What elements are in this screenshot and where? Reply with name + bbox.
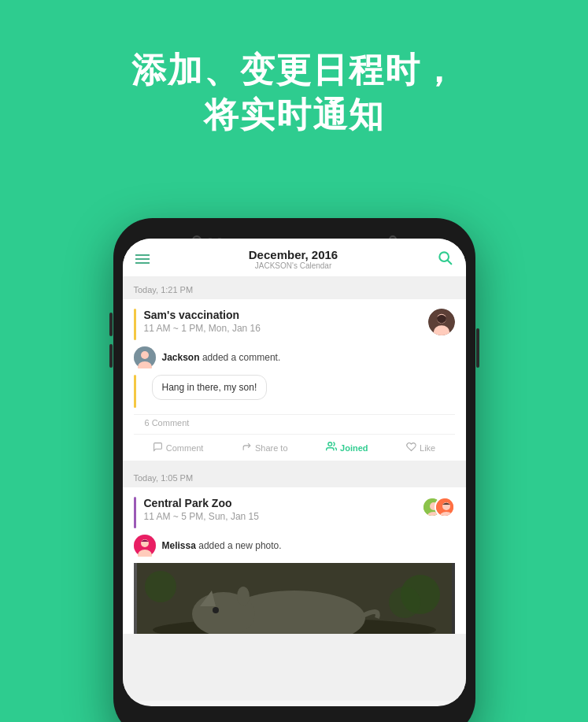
svg-point-6 bbox=[141, 351, 149, 359]
commenter-avatar-1 bbox=[134, 346, 156, 368]
commenter-action-1: added a comment. bbox=[202, 352, 280, 363]
event-title-1: Sam's vaccination bbox=[144, 309, 428, 321]
comment-bubble: Hang in there, my son! bbox=[152, 375, 268, 400]
comment-action[interactable]: Comment bbox=[153, 441, 204, 454]
photo-strip bbox=[134, 563, 455, 634]
commenter-name-2: Melissa bbox=[162, 540, 196, 551]
phone-shell: December, 2016 JACKSON's Calendar Today,… bbox=[113, 218, 475, 722]
svg-point-30 bbox=[389, 587, 420, 618]
feed: Today, 1:21 PM Sam's vaccination 11 AM ~… bbox=[123, 277, 466, 701]
feed-card-2: Central Park Zoo 11 AM ~ 5 PM, Sun, Jan … bbox=[123, 487, 466, 634]
joined-action-label: Joined bbox=[340, 443, 368, 453]
event-time-2: 11 AM ~ 5 PM, Sun, Jan 15 bbox=[144, 511, 422, 522]
comment-bubble-accent bbox=[134, 375, 136, 408]
hero-line2: 将实时通知 bbox=[0, 92, 588, 137]
header-center: December, 2016 JACKSON's Calendar bbox=[249, 248, 338, 270]
event-time-1: 11 AM ~ 1 PM, Mon, Jan 16 bbox=[144, 323, 428, 334]
event-info-1: Sam's vaccination 11 AM ~ 1 PM, Mon, Jan… bbox=[144, 309, 428, 334]
share-action-label: Share to bbox=[255, 443, 288, 453]
like-icon bbox=[406, 442, 416, 454]
feed-card-1: Sam's vaccination 11 AM ~ 1 PM, Mon, Jan… bbox=[123, 299, 466, 461]
event-row-1: Sam's vaccination 11 AM ~ 1 PM, Mon, Jan… bbox=[134, 309, 455, 340]
svg-point-8 bbox=[328, 442, 332, 446]
dual-avatar bbox=[422, 497, 455, 519]
power-button bbox=[476, 328, 479, 368]
app-header: December, 2016 JACKSON's Calendar bbox=[123, 239, 466, 277]
joined-action[interactable]: Joined bbox=[326, 441, 368, 454]
header-month: December, 2016 bbox=[249, 248, 338, 261]
avatar-2 bbox=[435, 497, 455, 517]
calendar-owner: JACKSON's Calendar bbox=[249, 261, 338, 270]
like-action[interactable]: Like bbox=[406, 441, 435, 454]
phone-mockup: December, 2016 JACKSON's Calendar Today,… bbox=[113, 218, 475, 722]
comment-action-label: Comment bbox=[166, 443, 204, 453]
joined-icon bbox=[326, 441, 337, 454]
hero-line1: 添加、变更日程时， bbox=[0, 47, 588, 92]
event-title-2: Central Park Zoo bbox=[144, 497, 422, 509]
volume-down-button bbox=[109, 344, 113, 368]
volume-up-button bbox=[109, 313, 113, 336]
commenter-action-2: added a new photo. bbox=[198, 540, 281, 551]
search-icon[interactable] bbox=[437, 250, 453, 269]
menu-icon[interactable] bbox=[135, 254, 150, 264]
svg-line-1 bbox=[448, 260, 452, 264]
feed-timestamp-2: Today, 1:05 PM bbox=[123, 465, 466, 487]
action-bar-1: Comment Share to bbox=[134, 434, 455, 461]
hero-text: 添加、变更日程时， 将实时通知 bbox=[0, 0, 588, 137]
comment-row-1: Jackson added a comment. bbox=[134, 346, 455, 368]
event-avatar-1 bbox=[428, 309, 455, 335]
svg-point-23 bbox=[213, 607, 219, 613]
phone-screen: December, 2016 JACKSON's Calendar Today,… bbox=[123, 239, 466, 706]
svg-point-31 bbox=[145, 571, 176, 602]
comment-text-2: Melissa added a new photo. bbox=[162, 540, 282, 551]
feed-timestamp-1: Today, 1:21 PM bbox=[123, 277, 466, 299]
like-action-label: Like bbox=[420, 443, 435, 453]
event-info-2: Central Park Zoo 11 AM ~ 5 PM, Sun, Jan … bbox=[144, 497, 422, 522]
commenter-avatar-2 bbox=[134, 535, 156, 557]
comment-text-1: Jackson added a comment. bbox=[162, 352, 281, 363]
commenter-name-1: Jackson bbox=[162, 352, 200, 363]
share-icon bbox=[242, 442, 252, 454]
share-action[interactable]: Share to bbox=[242, 441, 288, 454]
comment-count: 6 Comment bbox=[134, 414, 455, 434]
comment-row-2: Melissa added a new photo. bbox=[134, 535, 455, 557]
event-accent-1 bbox=[134, 309, 136, 340]
event-accent-2 bbox=[134, 497, 136, 528]
comment-bubble-row: Hang in there, my son! bbox=[134, 375, 455, 408]
comment-icon bbox=[153, 442, 163, 454]
event-row-2: Central Park Zoo 11 AM ~ 5 PM, Sun, Jan … bbox=[134, 497, 455, 528]
svg-point-24 bbox=[237, 587, 250, 605]
